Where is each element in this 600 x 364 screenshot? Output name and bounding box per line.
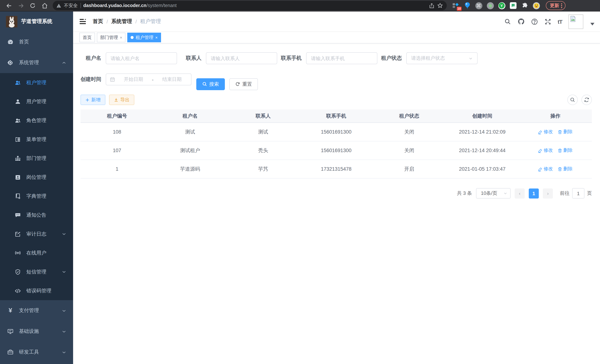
delete-link[interactable]: 删除: [558, 129, 572, 135]
cell-id: 107: [81, 148, 154, 153]
cell-created: 2021-12-14 21:02:09: [446, 129, 519, 135]
share-icon[interactable]: [429, 3, 434, 8]
table-header: 租户编号 租户名 联系人 联系手机 租户状态 创建时间 操作: [81, 110, 592, 123]
mobile-input[interactable]: [311, 56, 373, 61]
goto-page-input[interactable]: [572, 188, 584, 198]
close-icon[interactable]: ×: [155, 35, 158, 40]
start-date-placeholder: 开始日期: [118, 76, 149, 83]
export-button[interactable]: 导出: [109, 95, 134, 105]
sidebar-item-audit[interactable]: 审计日志: [0, 224, 73, 243]
refresh-table-button[interactable]: [581, 95, 592, 105]
puzzle-icon[interactable]: [521, 2, 528, 9]
mobile-input-wrap: [306, 52, 377, 64]
date-range-input[interactable]: 开始日期 - 结束日期: [106, 74, 191, 85]
screen: 不安全 dashboard.yudao.iocoder.cn/system/te…: [0, 0, 600, 364]
app-logo-row[interactable]: 芋道管理系统: [0, 11, 73, 32]
sidebar-item-tenant[interactable]: 租户管理: [0, 73, 73, 92]
tenant-name-input[interactable]: [111, 56, 172, 61]
extension-y-icon[interactable]: Y: [498, 2, 505, 9]
sidebar-item-home[interactable]: 首页: [0, 32, 73, 52]
search-button[interactable]: 搜索: [196, 78, 225, 90]
edit-link[interactable]: 修改: [538, 147, 553, 154]
extension-balloon-icon[interactable]: [463, 2, 471, 9]
sidebar-item-post[interactable]: 岗位管理: [0, 168, 73, 187]
reload-icon[interactable]: [28, 1, 38, 10]
sidebar-item-pay[interactable]: ¥ 支付管理: [0, 300, 73, 321]
sidebar-item-online[interactable]: 在线用户: [0, 243, 73, 262]
sidebar-item-role[interactable]: 角色管理: [0, 111, 73, 130]
filter-row-2: 创建时间 开始日期 - 结束日期 搜索: [81, 74, 592, 95]
extension-chat-icon[interactable]: [509, 2, 517, 9]
sidebar-item-dept[interactable]: 部门管理: [0, 149, 73, 168]
table-row: 108 测试 测试 15601691300 关闭 2021-12-14 21:0…: [81, 123, 592, 141]
sidebar-item-label: 在线用户: [26, 250, 46, 256]
sidebar-item-label: 研发工具: [19, 349, 39, 355]
breadcrumb-system[interactable]: 系统管理: [111, 18, 132, 25]
help-icon[interactable]: [531, 18, 538, 25]
emoji-icon[interactable]: [533, 2, 540, 9]
sidebar-item-label: 字典管理: [26, 193, 46, 199]
page-size-select[interactable]: 10条/页: [476, 188, 511, 198]
url-bar[interactable]: 不安全 dashboard.yudao.iocoder.cn/system/te…: [53, 1, 447, 10]
sidebar-item-label: 首页: [19, 38, 29, 45]
extension-command-icon[interactable]: ⌘: [475, 2, 482, 9]
sidebar-item-system[interactable]: 系统管理: [0, 52, 73, 73]
sidebar-item-devtool[interactable]: 研发工具: [0, 342, 73, 363]
next-page-button[interactable]: ›: [543, 188, 553, 198]
avatar[interactable]: [568, 14, 583, 29]
sidebar-item-label: 审计日志: [26, 231, 46, 237]
sidebar-item-user[interactable]: 用户管理: [0, 92, 73, 111]
forward-icon[interactable]: [16, 1, 26, 10]
extension-grid-icon[interactable]: 10: [452, 2, 459, 9]
font-size-icon[interactable]: tT: [558, 18, 562, 25]
edit-link[interactable]: 修改: [538, 166, 553, 172]
breadcrumb-home[interactable]: 首页: [93, 18, 103, 25]
chevron-down-icon: [62, 308, 66, 313]
fullscreen-icon[interactable]: [544, 18, 551, 25]
dict-book-icon: [15, 193, 21, 199]
prev-page-button[interactable]: ‹: [515, 188, 525, 198]
edit-link[interactable]: 修改: [538, 129, 553, 135]
extension-dot-icon[interactable]: [487, 2, 494, 9]
post-badge-icon: [15, 174, 21, 180]
browser-update-button[interactable]: 更新: [546, 1, 565, 10]
cell-status: 关闭: [373, 147, 446, 154]
add-button[interactable]: 新增: [81, 95, 105, 105]
sidebar-item-label: 部门管理: [26, 155, 46, 162]
sidebar-item-infra[interactable]: 基础设施: [0, 321, 73, 342]
close-icon[interactable]: ×: [120, 35, 122, 40]
dept-org-icon: [15, 155, 21, 161]
search-icon[interactable]: [504, 18, 511, 25]
sidebar-item-errcode[interactable]: 错误码管理: [0, 281, 73, 300]
hamburger-icon[interactable]: [79, 18, 87, 26]
extensions-area: 10 ⌘ Y: [452, 2, 540, 9]
url-text[interactable]: dashboard.yudao.iocoder.cn/system/tenant: [83, 3, 426, 8]
page-1-button[interactable]: 1: [529, 188, 539, 198]
contact-input[interactable]: [211, 56, 272, 61]
caret-down-icon[interactable]: [590, 23, 594, 26]
delete-link[interactable]: 删除: [558, 147, 572, 154]
sidebar-item-sms[interactable]: 短信管理: [0, 262, 73, 281]
table-row: 107 测试租户 秃头 15601691300 关闭 2021-12-14 20…: [81, 141, 592, 160]
star-icon[interactable]: [437, 3, 443, 9]
delete-link[interactable]: 删除: [558, 166, 572, 172]
sidebar-item-menu[interactable]: 菜单管理: [0, 130, 73, 149]
reset-button[interactable]: 重置: [229, 78, 258, 90]
sidebar-item-dict[interactable]: 字典管理: [0, 187, 73, 205]
status-select[interactable]: 请选择租户状态: [406, 52, 478, 64]
cell-actions: 修改 删除: [519, 166, 592, 172]
back-icon[interactable]: [4, 1, 14, 10]
date-separator: -: [152, 77, 154, 82]
security-label[interactable]: 不安全: [64, 2, 78, 9]
navbar-actions: tT: [504, 14, 594, 29]
tab-tenant[interactable]: 租户管理 ×: [127, 33, 161, 42]
toggle-search-button[interactable]: [567, 95, 578, 105]
sidebar-item-notice[interactable]: 通知公告: [0, 205, 73, 224]
github-icon[interactable]: [518, 18, 525, 25]
tab-dept[interactable]: 部门管理 ×: [97, 33, 126, 42]
filter-contact: 联系人: [181, 52, 277, 64]
home-icon[interactable]: [39, 1, 50, 10]
chevron-down-icon: [504, 191, 507, 195]
navbar: 首页 / 系统管理 / 租户管理 tT: [73, 11, 600, 32]
tab-home[interactable]: 首页: [79, 33, 95, 42]
